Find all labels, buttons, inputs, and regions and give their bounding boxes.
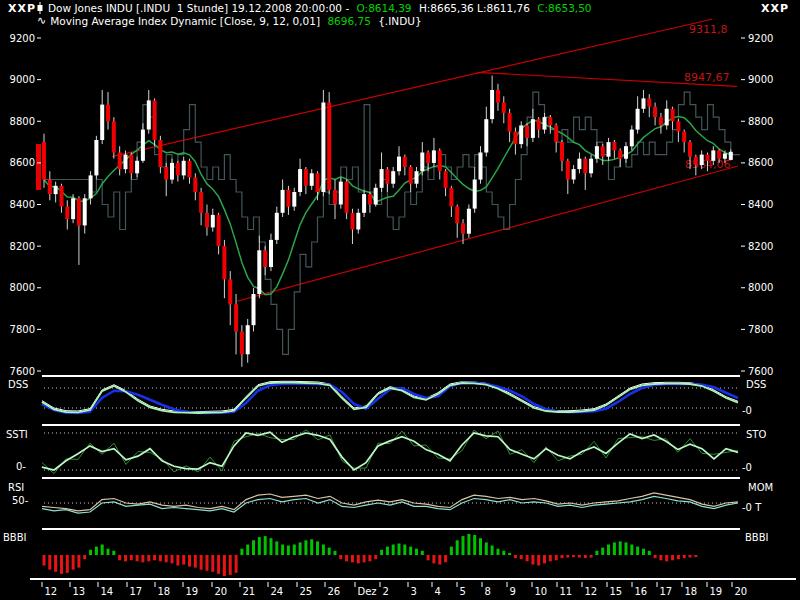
svg-text:8000: 8000 [748, 282, 773, 293]
y-axis: 9200920090009000880088008600860084008400… [10, 33, 774, 377]
dss-label-left: DSS [8, 379, 28, 390]
svg-text:9000: 9000 [748, 74, 773, 85]
dss-label-right: DSS [746, 379, 766, 390]
indicator-symbol: {.INDU} [375, 15, 422, 27]
svg-text:8800: 8800 [748, 116, 773, 127]
bbbi-panel [43, 534, 698, 576]
svg-text:14: 14 [101, 586, 114, 597]
ssti-zero-left: 0- [16, 461, 26, 472]
svg-text:3: 3 [411, 586, 417, 597]
indicator-header: ∿ Moving Average Index Dynamic [Close, 9… [37, 14, 422, 27]
svg-text:8200: 8200 [10, 241, 35, 252]
svg-text:7600: 7600 [10, 366, 35, 377]
rsi-level-50: 50- [12, 495, 28, 506]
price-marker [36, 144, 41, 190]
svg-text:8: 8 [485, 586, 491, 597]
svg-text:2: 2 [383, 586, 389, 597]
candlestick-icon [36, 2, 44, 14]
svg-text:17: 17 [130, 586, 143, 597]
quote-close: C:8653,50 [537, 2, 591, 14]
indicator-title: Moving Average Index Dynamic [Close, 9, … [50, 15, 323, 27]
svg-text:9200: 9200 [10, 33, 35, 44]
quote-high-low: H:8665,36 L:8611,76 [416, 2, 534, 14]
svg-text:Dez: Dez [358, 586, 377, 597]
svg-text:7600: 7600 [748, 366, 773, 377]
svg-text:18: 18 [158, 586, 171, 597]
quote-open: O:8614,39 [357, 2, 412, 14]
svg-text:19: 19 [710, 586, 723, 597]
rsi-lines [42, 493, 738, 513]
svg-text:10: 10 [535, 586, 548, 597]
svg-text:8200: 8200 [748, 241, 773, 252]
svg-text:11: 11 [560, 586, 573, 597]
svg-text:8947,67: 8947,67 [684, 71, 730, 84]
svg-text:19: 19 [186, 586, 199, 597]
mom-label-right: MOM [748, 482, 773, 493]
svg-text:24: 24 [271, 586, 284, 597]
instrument-header: Dow Jones INDU [.INDU 1 Stunde] 19.12.20… [36, 2, 592, 14]
svg-text:20: 20 [215, 586, 228, 597]
svg-text:26: 26 [328, 586, 341, 597]
sto-label-right: STO [746, 429, 766, 440]
ssti-label-left: SSTI [6, 429, 28, 440]
svg-text:4: 4 [435, 586, 441, 597]
trendlines: 9311,88947,678564,06 [112, 19, 738, 301]
svg-text:8800: 8800 [10, 116, 35, 127]
svg-text:8400: 8400 [10, 199, 35, 210]
ssti-lines [42, 430, 738, 474]
instrument-title: Dow Jones INDU [.INDU 1 Stunde] 19.12.20… [48, 2, 353, 14]
chart-canvas[interactable]: 9311,88947,678564,06 9200920090009000880… [0, 0, 800, 600]
moving-average-icon: ∿ [37, 14, 46, 27]
svg-text:12: 12 [45, 586, 58, 597]
trading-app-window: XXP XXP Dow Jones INDU [.INDU 1 Stunde] … [0, 0, 800, 600]
bbbi-bars [43, 534, 698, 576]
svg-text:8000: 8000 [10, 282, 35, 293]
separators [30, 375, 796, 580]
svg-text:17: 17 [660, 586, 673, 597]
app-badge-left: XXP [8, 3, 36, 14]
svg-text:8600: 8600 [748, 157, 773, 168]
mom-zero-right: -0 T [742, 502, 761, 513]
dss-lines [42, 381, 738, 413]
x-axis: 1213141718192021242526Dez234589101112151… [42, 582, 747, 597]
svg-text:12: 12 [585, 586, 598, 597]
svg-text:9200: 9200 [748, 33, 773, 44]
svg-text:8600: 8600 [10, 157, 35, 168]
rsi-label-left: RSI [8, 482, 24, 493]
app-badge-right: XXP [761, 3, 789, 14]
bbbi-label-right: BBBI [745, 532, 769, 543]
dss-zero-right: -0 [742, 405, 752, 416]
rsi-panel [42, 493, 738, 513]
sto-zero-right: -0 [742, 462, 752, 473]
svg-text:8400: 8400 [748, 199, 773, 210]
svg-text:21: 21 [243, 586, 256, 597]
main-chart-panel: 9311,88947,678564,06 [36, 19, 740, 367]
svg-text:9311,8: 9311,8 [689, 23, 728, 36]
svg-text:5: 5 [460, 586, 466, 597]
svg-text:9: 9 [510, 586, 516, 597]
dss-panel [42, 381, 738, 413]
ssti-panel [42, 430, 738, 474]
bbbi-label-left: BBBI [3, 532, 27, 543]
svg-text:16: 16 [635, 586, 648, 597]
indicator-value: 8696,75 [327, 15, 370, 27]
svg-text:7800: 7800 [10, 324, 35, 335]
svg-text:9000: 9000 [10, 74, 35, 85]
svg-text:20: 20 [735, 586, 748, 597]
svg-text:18: 18 [685, 586, 698, 597]
svg-text:13: 13 [73, 586, 86, 597]
svg-text:15: 15 [610, 586, 623, 597]
svg-text:25: 25 [300, 586, 313, 597]
svg-text:7800: 7800 [748, 324, 773, 335]
candles [42, 76, 733, 367]
